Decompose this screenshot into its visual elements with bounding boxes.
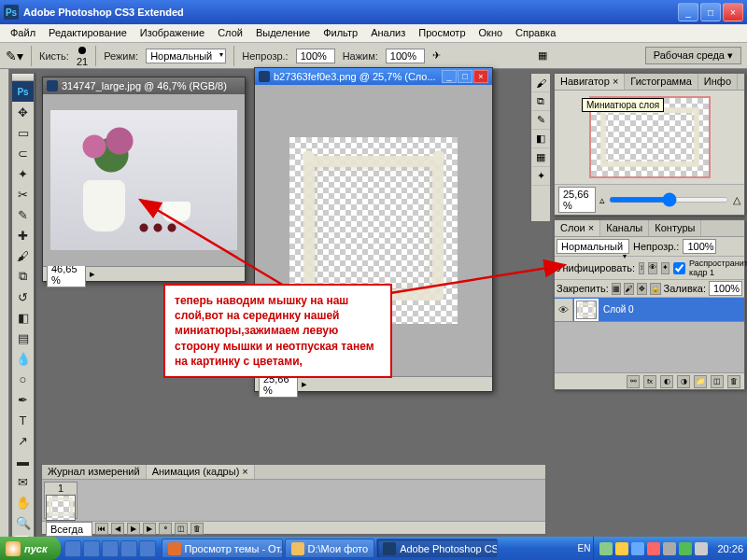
crop-tool[interactable]: ✂ <box>12 184 34 204</box>
menu-select[interactable]: Выделение <box>249 24 317 42</box>
fx-icon[interactable]: fx <box>643 375 656 388</box>
lock-trans-icon[interactable]: ▦ <box>612 283 622 295</box>
blend-mode-dropdown[interactable]: Нормальный <box>557 239 629 254</box>
maximize-button[interactable]: □ <box>700 3 721 21</box>
panel-toggle-icon[interactable]: ▦ <box>538 49 547 62</box>
animation-frame-1[interactable]: 1 0 сек. <box>44 482 78 519</box>
path-tool[interactable]: ↗ <box>12 430 34 451</box>
doc1-image[interactable] <box>50 110 237 250</box>
airbrush-icon[interactable]: ✈ <box>432 49 441 62</box>
task-browser[interactable]: Просмотр темы - От... <box>162 539 283 558</box>
menu-analysis[interactable]: Анализ <box>364 24 412 42</box>
notes-tool[interactable]: ✉ <box>12 471 34 492</box>
shape-tool[interactable]: ▬ <box>12 451 34 471</box>
tray-icon-5[interactable] <box>663 542 676 555</box>
zoom-out-icon[interactable]: ▵ <box>599 194 605 206</box>
first-frame-icon[interactable]: ⏮ <box>95 523 108 535</box>
ql-icon-3[interactable] <box>102 540 119 557</box>
visibility-toggle[interactable]: 👁 <box>555 299 573 321</box>
menu-file[interactable]: Файл <box>4 24 42 42</box>
hand-tool[interactable]: ✋ <box>12 492 34 512</box>
next-frame-icon[interactable]: ▶ <box>143 523 156 535</box>
tab-histogram[interactable]: Гистограмма <box>625 74 698 90</box>
new-layer-icon[interactable]: ◫ <box>711 375 724 388</box>
link-layers-icon[interactable]: ⚯ <box>627 375 640 388</box>
tab-info[interactable]: Инфо <box>698 74 738 90</box>
loop-dropdown[interactable]: Всегда <box>46 522 92 537</box>
tab-animation[interactable]: Анимация (кадры) × <box>147 465 255 479</box>
brushes-icon[interactable]: 🖌 <box>531 74 550 92</box>
tray-icon-3[interactable] <box>631 542 644 555</box>
menu-window[interactable]: Окно <box>472 24 510 42</box>
menu-image[interactable]: Изображение <box>134 24 211 42</box>
document-window-1[interactable]: 314747_large.jpg @ 46,7% (RGB/8) 46,65 %… <box>42 77 246 282</box>
wand-tool[interactable]: ✦ <box>12 163 34 184</box>
mask-icon[interactable]: ◐ <box>660 375 673 388</box>
mode-dropdown[interactable]: Нормальный <box>146 49 226 63</box>
zoom-tool[interactable]: 🔍 <box>12 512 34 533</box>
task-folder[interactable]: D:\Мои фото <box>285 539 375 558</box>
tool-presets-icon[interactable]: ✎ <box>531 111 550 130</box>
tray-icon-4[interactable] <box>647 542 660 555</box>
delete-frame-icon[interactable]: 🗑 <box>190 523 204 535</box>
start-button[interactable]: пуск <box>0 537 61 560</box>
type-tool[interactable]: T <box>12 410 34 430</box>
language-indicator[interactable]: EN <box>575 543 594 553</box>
toolbox-grip[interactable] <box>12 74 34 81</box>
tab-measurements[interactable]: Журнал измерений <box>42 465 147 479</box>
pen-tool[interactable]: ✒ <box>12 389 34 410</box>
lock-all-icon[interactable]: 🔒 <box>650 283 661 295</box>
propagate-checkbox[interactable] <box>673 262 685 274</box>
menu-help[interactable]: Справка <box>509 24 562 42</box>
adjustment-icon[interactable]: ◑ <box>677 375 690 388</box>
opacity-input[interactable]: 100% <box>296 49 335 63</box>
delete-layer-icon[interactable]: 🗑 <box>727 375 740 388</box>
lasso-tool[interactable]: ⊂ <box>12 143 34 163</box>
flow-input[interactable]: 100% <box>386 49 425 63</box>
menu-edit[interactable]: Редактирование <box>42 24 134 42</box>
tab-layers[interactable]: Слои × <box>555 220 600 236</box>
tab-channels[interactable]: Каналы <box>600 220 649 236</box>
fill-input[interactable]: 100% <box>709 281 742 296</box>
clock[interactable]: 20:26 <box>713 543 747 554</box>
zoom-in-icon[interactable]: △ <box>733 194 740 206</box>
stamp-tool[interactable]: ⧉ <box>12 266 34 287</box>
eraser-tool[interactable]: ◧ <box>12 307 34 328</box>
blur-tool[interactable]: 💧 <box>12 348 34 369</box>
unify-pos-icon[interactable]: ↕ <box>639 262 644 274</box>
workspace-button[interactable]: Рабочая среда ▾ <box>645 47 741 64</box>
lock-pixels-icon[interactable]: 🖌 <box>624 283 634 295</box>
ql-icon-4[interactable] <box>120 540 137 557</box>
unify-vis-icon[interactable]: 👁 <box>648 262 657 274</box>
tool-preset-icon[interactable]: ✎▾ <box>6 49 23 63</box>
layer-thumbnail[interactable] <box>576 301 597 319</box>
tray-icon-6[interactable] <box>679 542 692 555</box>
brush-tool[interactable]: 🖌 <box>12 245 34 266</box>
menu-layer[interactable]: Слой <box>211 24 249 42</box>
ql-icon-1[interactable] <box>64 540 81 557</box>
tab-paths[interactable]: Контуры <box>649 220 701 236</box>
history-brush-tool[interactable]: ↺ <box>12 287 34 307</box>
tween-icon[interactable]: ⚬ <box>159 523 172 535</box>
group-icon[interactable]: 📁 <box>694 375 707 388</box>
new-frame-icon[interactable]: ◫ <box>175 523 188 535</box>
tray-icon-2[interactable] <box>615 542 628 555</box>
menu-view[interactable]: Просмотр <box>412 24 472 42</box>
ql-icon-5[interactable] <box>139 540 156 557</box>
marquee-tool[interactable]: ▭ <box>12 122 34 143</box>
menu-filter[interactable]: Фильтр <box>317 24 364 42</box>
tray-icon-1[interactable] <box>599 542 613 555</box>
ql-icon-2[interactable] <box>83 540 100 557</box>
lock-pos-icon[interactable]: ✥ <box>637 283 647 295</box>
close-button[interactable]: × <box>723 3 743 21</box>
task-photoshop[interactable]: Adobe Photoshop CS... <box>376 539 498 558</box>
color-icon[interactable]: ◧ <box>531 130 550 148</box>
doc2-titlebar[interactable]: b27363fef0e3.png @ 25,7% (Сло... _ □ × <box>255 68 492 85</box>
tab-navigator[interactable]: Навигатор × <box>555 74 625 90</box>
navigator-zoom[interactable]: 25,66 % <box>558 187 596 213</box>
clone-icon[interactable]: ⧉ <box>531 92 550 111</box>
doc2-maximize[interactable]: □ <box>458 70 472 83</box>
doc2-close[interactable]: × <box>473 70 488 83</box>
dodge-tool[interactable]: ○ <box>12 369 34 389</box>
eyedropper-tool[interactable]: ✎ <box>12 204 34 225</box>
